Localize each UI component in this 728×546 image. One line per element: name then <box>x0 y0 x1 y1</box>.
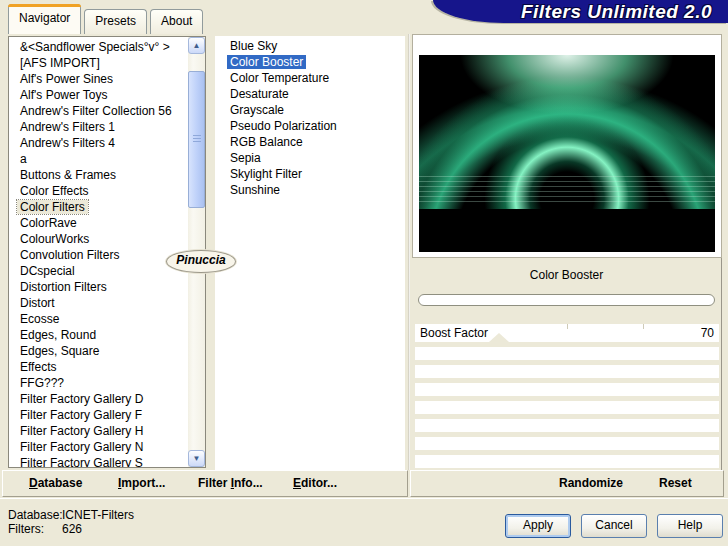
filter-item[interactable]: Skylight Filter <box>215 166 405 182</box>
filter-info-button[interactable]: Filter Info... <box>198 471 263 496</box>
category-item[interactable]: Color Filters <box>9 199 205 215</box>
category-item[interactable]: Color Effects <box>9 183 205 199</box>
slider-thumb-icon[interactable] <box>489 333 509 342</box>
database-status: Database: ICNET-Filters <box>8 508 63 522</box>
filter-item[interactable]: Color Booster <box>215 54 405 70</box>
filters-unlimited-dialog: Filters Unlimited 2.0 Navigator Presets … <box>0 0 728 546</box>
category-item[interactable]: Edges, Round <box>9 327 205 343</box>
category-item[interactable]: Buttons & Frames <box>9 167 205 183</box>
slider-label: Boost Factor <box>420 325 488 341</box>
scrollbar-thumb[interactable] <box>188 71 205 208</box>
slider-tick <box>567 324 568 329</box>
category-item[interactable]: Filter Factory Gallery F <box>9 407 205 423</box>
filter-item[interactable]: Pseudo Polarization <box>215 118 405 134</box>
category-item[interactable]: Andrew's Filters 1 <box>9 119 205 135</box>
category-listbox[interactable]: &<Sandflower Specials°v° >[AFS IMPORT]Al… <box>8 36 206 468</box>
editor-button[interactable]: Editor... <box>293 471 337 496</box>
title-banner: Filters Unlimited 2.0 <box>433 0 728 23</box>
slider-value: 70 <box>701 325 714 341</box>
empty-slider-row <box>415 401 719 414</box>
progress-track[interactable] <box>418 294 715 306</box>
database-status-value: ICNET-Filters <box>62 508 134 522</box>
tab-presets[interactable]: Presets <box>84 9 147 34</box>
boost-factor-slider[interactable]: Boost Factor 70 <box>415 324 719 342</box>
category-item[interactable]: FFG??? <box>9 375 205 391</box>
filter-item[interactable]: Blue Sky <box>215 38 405 54</box>
category-item[interactable]: Distort <box>9 295 205 311</box>
apply-button[interactable]: Apply <box>505 514 571 538</box>
preview-panel <box>412 34 722 258</box>
selected-filter-title: Color Booster <box>412 268 721 282</box>
slider-tick <box>643 324 644 329</box>
empty-slider-row <box>415 347 719 360</box>
cancel-button[interactable]: Cancel <box>581 514 647 538</box>
empty-slider-row <box>415 419 719 432</box>
filter-item[interactable]: Grayscale <box>215 102 405 118</box>
app-title: Filters Unlimited 2.0 <box>521 0 712 23</box>
category-item[interactable]: Andrew's Filters 4 <box>9 135 205 151</box>
category-item[interactable]: Andrew's Filter Collection 56 <box>9 103 205 119</box>
tab-navigator[interactable]: Navigator <box>8 4 81 34</box>
filter-listbox[interactable]: Blue SkyColor BoosterColor TemperatureDe… <box>215 36 405 470</box>
toolbar-left: Database Import... Filter Info... Editor… <box>2 470 408 497</box>
reset-button[interactable]: Reset <box>659 471 692 496</box>
tab-strip: Navigator Presets About <box>8 3 203 34</box>
filters-count-label: Filters: <box>8 522 44 536</box>
randomize-button[interactable]: Randomize <box>559 471 623 496</box>
category-item[interactable]: Filter Factory Gallery N <box>9 439 205 455</box>
empty-slider-row <box>415 365 719 378</box>
category-item[interactable]: Filter Factory Gallery H <box>9 423 205 439</box>
category-item[interactable]: Alf's Power Sines <box>9 71 205 87</box>
empty-slider-row <box>415 455 719 468</box>
watermark-pinuccia: Pinuccia <box>166 250 236 273</box>
category-item[interactable]: Ecosse <box>9 311 205 327</box>
help-button[interactable]: Help <box>657 514 723 538</box>
filter-item[interactable]: Sepia <box>215 150 405 166</box>
filters-count-value: 626 <box>62 522 82 536</box>
category-item[interactable]: Distortion Filters <box>9 279 205 295</box>
category-item[interactable]: Effects <box>9 359 205 375</box>
category-item[interactable]: ColourWorks <box>9 231 205 247</box>
category-item[interactable]: a <box>9 151 205 167</box>
filter-item[interactable]: RGB Balance <box>215 134 405 150</box>
filter-controls-panel: Color Booster Boost Factor 70 <box>412 258 722 470</box>
category-item[interactable]: Filter Factory Gallery D <box>9 391 205 407</box>
database-status-label: Database: <box>8 508 63 522</box>
category-item[interactable]: Filter Factory Gallery S <box>9 455 205 468</box>
category-item[interactable]: [AFS IMPORT] <box>9 55 205 71</box>
category-item[interactable]: Alf's Power Toys <box>9 87 205 103</box>
scroll-down-icon[interactable]: ▼ <box>188 450 205 467</box>
scroll-up-icon[interactable]: ▲ <box>188 37 205 54</box>
category-item[interactable]: ColorRave <box>9 215 205 231</box>
filters-count-status: Filters: 626 <box>8 522 44 536</box>
import-button[interactable]: Import... <box>118 471 165 496</box>
preview-image[interactable] <box>419 55 715 252</box>
filter-item[interactable]: Desaturate <box>215 86 405 102</box>
panel-divider <box>408 34 410 470</box>
category-item[interactable]: Edges, Square <box>9 343 205 359</box>
empty-slider-row <box>415 383 719 396</box>
filter-item[interactable]: Color Temperature <box>215 70 405 86</box>
empty-slider-row <box>415 437 719 450</box>
category-item[interactable]: &<Sandflower Specials°v° > <box>9 39 205 55</box>
database-button[interactable]: Database <box>29 471 82 496</box>
filter-item[interactable]: Sunshine <box>215 182 405 198</box>
toolbar-right: Randomize Reset <box>410 470 724 497</box>
tab-about[interactable]: About <box>150 9 203 34</box>
